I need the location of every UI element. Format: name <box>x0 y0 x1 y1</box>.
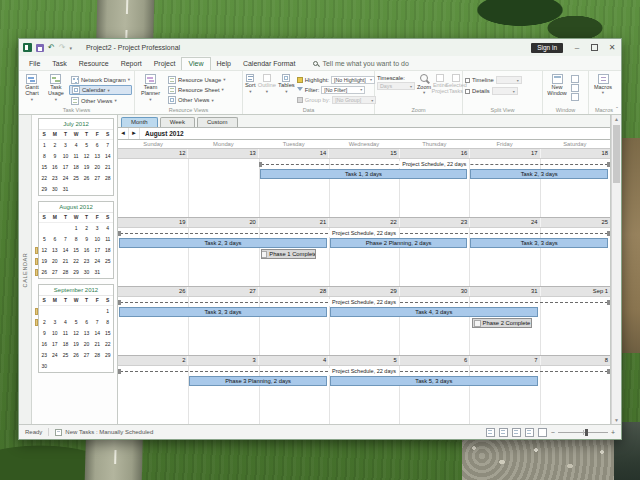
network-diagram-button[interactable]: Network Diagram ▾ <box>69 75 132 84</box>
close-button[interactable]: ✕ <box>607 43 617 53</box>
mini-date-cell[interactable]: 16 <box>81 245 92 256</box>
calendar-view-button[interactable]: Calendar ▾ <box>69 85 132 95</box>
timeline-checkbox[interactable] <box>465 78 470 83</box>
mini-date-cell[interactable]: 28 <box>60 267 71 278</box>
mini-date-cell[interactable]: 30 <box>39 361 50 372</box>
date-cell[interactable]: 25 <box>541 218 610 227</box>
details-dropdown[interactable]: ▾ <box>492 87 518 95</box>
vertical-scrollbar[interactable]: ▲ ▼ <box>611 115 621 424</box>
save-icon[interactable] <box>36 44 44 52</box>
date-cell[interactable]: 5 <box>329 356 399 365</box>
date-cell[interactable]: 17 <box>470 149 540 158</box>
mini-date-cell[interactable]: 25 <box>71 173 82 184</box>
date-cell[interactable]: 29 <box>329 287 399 296</box>
mini-date-cell[interactable]: 11 <box>60 328 71 339</box>
timescale-dropdown[interactable]: Days▾ <box>377 82 415 90</box>
mini-date-cell[interactable]: 20 <box>81 339 92 350</box>
mini-date-cell[interactable]: 27 <box>50 267 61 278</box>
mini-date-cell[interactable]: 31 <box>60 184 71 195</box>
menu-tab-task[interactable]: Task <box>46 58 72 70</box>
date-cell[interactable]: 4 <box>259 356 329 365</box>
mini-date-cell[interactable]: 10 <box>50 328 61 339</box>
date-cell[interactable]: 6 <box>400 356 470 365</box>
task-usage-button[interactable]: Task Usage ▾ <box>45 73 67 105</box>
group-by-dropdown[interactable]: [No Group]▾ <box>332 96 376 104</box>
mini-date-cell[interactable]: 5 <box>39 234 50 245</box>
mini-date-cell[interactable]: 21 <box>92 339 103 350</box>
menu-tab-resource[interactable]: Resource <box>73 58 115 70</box>
mini-date-cell[interactable]: 5 <box>71 317 82 328</box>
menu-tab-file[interactable]: File <box>23 58 46 70</box>
scroll-up-icon[interactable]: ▲ <box>612 115 621 123</box>
date-cell[interactable]: 16 <box>400 149 470 158</box>
highlight-dropdown[interactable]: [No Highlight]▾ <box>331 76 375 84</box>
mini-date-cell[interactable]: 23 <box>50 173 61 184</box>
mini-date-cell[interactable]: 10 <box>92 234 103 245</box>
mini-date-cell[interactable]: 27 <box>81 350 92 361</box>
task-bar[interactable]: Task 3, 3 days <box>119 307 327 317</box>
mini-date-cell[interactable]: 8 <box>71 234 82 245</box>
mini-date-cell[interactable]: 18 <box>71 162 82 173</box>
timeline-dropdown[interactable]: ▾ <box>496 76 522 84</box>
task-bar[interactable]: Task 3, 3 days <box>470 238 608 248</box>
mini-date-cell[interactable]: 22 <box>71 256 82 267</box>
mini-date-cell[interactable]: 24 <box>50 350 61 361</box>
mini-date-cell[interactable]: 13 <box>92 151 103 162</box>
mini-date-cell[interactable]: 4 <box>60 317 71 328</box>
mini-date-cell[interactable]: 26 <box>39 267 50 278</box>
mini-date-cell[interactable]: 16 <box>50 162 61 173</box>
mini-date-cell[interactable]: 27 <box>92 173 103 184</box>
mini-date-cell[interactable]: 9 <box>50 151 61 162</box>
mini-date-cell[interactable]: 30 <box>81 267 92 278</box>
tell-me-search[interactable]: Tell me what you want to do <box>313 60 408 70</box>
mini-date-cell[interactable]: 19 <box>81 162 92 173</box>
mini-date-cell[interactable]: 18 <box>60 339 71 350</box>
gantt-chart-button[interactable]: Gantt Chart ▾ <box>21 73 43 105</box>
zoom-in-icon[interactable]: + <box>611 429 615 436</box>
mini-date-cell[interactable]: 20 <box>92 162 103 173</box>
hide-window-icon[interactable] <box>571 93 579 101</box>
mini-date-cell[interactable]: 24 <box>92 256 103 267</box>
date-cell[interactable]: 15 <box>329 149 399 158</box>
date-cell[interactable]: 26 <box>118 287 188 296</box>
mini-date-cell[interactable]: 9 <box>81 234 92 245</box>
task-bar[interactable]: Task 4, 3 days <box>330 307 538 317</box>
mini-date-cell[interactable]: 26 <box>71 350 82 361</box>
milestone-bar[interactable]: Phase 1 Complete <box>261 249 316 259</box>
mini-date-cell[interactable]: 17 <box>50 339 61 350</box>
mini-date-cell[interactable]: 15 <box>39 162 50 173</box>
menu-tab-calendar-format[interactable]: Calendar Format <box>237 58 302 70</box>
mini-date-cell[interactable]: 12 <box>39 245 50 256</box>
selected-tasks-button[interactable]: Selected Tasks <box>449 73 463 105</box>
mini-date-cell[interactable]: 23 <box>39 350 50 361</box>
undo-icon[interactable]: ↶ <box>48 44 55 52</box>
task-bar[interactable]: Task 5, 3 days <box>330 376 538 386</box>
mini-date-cell[interactable]: 5 <box>81 140 92 151</box>
view-shortcut-gantt-icon[interactable] <box>486 428 495 437</box>
date-cell[interactable]: 28 <box>259 287 329 296</box>
arrange-all-icon[interactable] <box>571 84 579 92</box>
view-tab-custom[interactable]: Custom <box>197 117 238 127</box>
redo-icon[interactable]: ↷ <box>59 44 66 52</box>
mini-date-cell[interactable]: 14 <box>60 245 71 256</box>
scroll-down-icon[interactable]: ▼ <box>612 416 621 424</box>
mini-date-cell[interactable]: 19 <box>39 256 50 267</box>
mini-date-cell[interactable]: 20 <box>50 256 61 267</box>
date-cell[interactable]: 31 <box>470 287 540 296</box>
menu-tab-project[interactable]: Project <box>148 58 182 70</box>
mini-date-cell[interactable]: 13 <box>50 245 61 256</box>
collapse-ribbon-icon[interactable]: ˆ <box>616 106 618 112</box>
mini-date-cell[interactable]: 25 <box>102 256 113 267</box>
date-cell[interactable]: 13 <box>188 149 258 158</box>
mini-date-cell[interactable]: 1 <box>71 223 82 234</box>
mini-date-cell[interactable]: 29 <box>39 184 50 195</box>
menu-tab-report[interactable]: Report <box>115 58 148 70</box>
resource-usage-button[interactable]: Resource Usage ▾ <box>166 75 227 84</box>
task-bar[interactable]: Task 1, 3 days <box>260 169 468 179</box>
maximize-button[interactable] <box>591 44 598 51</box>
next-month-button[interactable]: ► <box>129 128 140 139</box>
date-cell[interactable]: 27 <box>188 287 258 296</box>
mini-date-cell[interactable]: 30 <box>50 184 61 195</box>
date-cell[interactable]: 7 <box>470 356 540 365</box>
view-shortcut-task-usage-icon[interactable] <box>499 428 508 437</box>
